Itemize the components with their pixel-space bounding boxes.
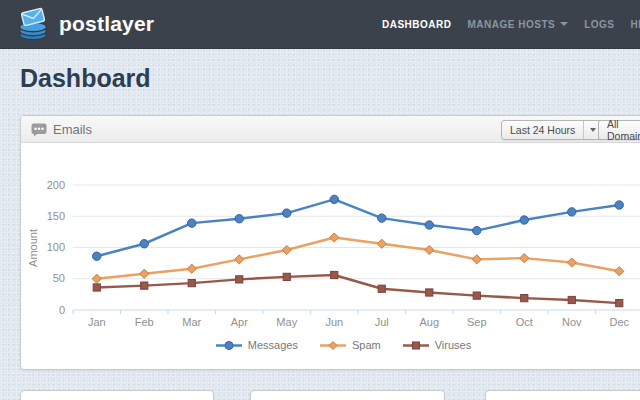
legend-item-viruses[interactable]: Viruses [403,339,471,351]
timerange-label: Last 24 Hours [502,124,583,136]
chart-legend: MessagesSpamViruses [21,339,640,351]
emails-panel: Emails Last 24 Hours All Domains 0501001… [20,115,640,370]
x-axis-tick-label: Jul [375,316,389,328]
nav-item-label: LOGS [584,19,614,30]
x-axis-tick-label: Jan [88,316,106,328]
series-spam-point-jul[interactable] [377,239,386,248]
series-messages-point-jul[interactable] [378,214,386,222]
series-spam-point-nov[interactable] [567,258,576,267]
x-axis-tick-label: Sep [467,316,487,328]
series-messages-point-aug[interactable] [425,221,433,229]
series-viruses-point-jan[interactable] [93,284,100,291]
y-axis-tick-label: 50 [53,272,65,284]
legend-marker-icon [216,340,242,351]
y-axis-tick-label: 100 [47,241,65,253]
bottom-panel [250,390,445,400]
series-viruses-point-sep[interactable] [473,292,480,299]
caret-down-icon [590,128,596,132]
nav-item-label: DASHBOARD [382,19,452,30]
top-navbar: postlayer DASHBOARDMANAGE HOSTSLOGSHELPJ… [0,0,640,49]
series-messages-point-feb[interactable] [140,240,148,248]
series-messages-point-sep[interactable] [473,226,481,234]
emails-chart: 050100150200JanFebMarAprMayJunJulAugSepO… [21,143,640,339]
postlayer-logo-icon [16,7,52,41]
series-spam-point-jan[interactable] [92,274,101,283]
x-axis-tick-label: Jun [325,316,343,328]
series-viruses-point-dec[interactable] [616,300,623,307]
series-spam-point-sep[interactable] [472,255,481,264]
series-spam-point-jun[interactable] [330,233,339,242]
emails-panel-body: 050100150200JanFebMarAprMayJunJulAugSepO… [21,143,640,369]
series-viruses-point-jul[interactable] [378,285,385,292]
legend-marker-icon [320,340,346,351]
series-messages-point-apr[interactable] [235,215,243,223]
x-axis-tick-label: Feb [135,316,154,328]
series-messages-point-dec[interactable] [615,201,623,209]
bottom-panel [485,390,640,400]
legend-label: Messages [248,339,298,351]
chat-bubble-icon [31,123,47,141]
x-axis-tick-label: Oct [516,316,533,328]
brand-name: postlayer [59,12,154,36]
nav-item-logs[interactable]: LOGS [576,19,622,30]
x-axis-tick-label: Mar [182,316,201,328]
y-axis-tick-label: 150 [47,210,65,222]
series-spam-point-may[interactable] [282,245,291,254]
panel-title: Emails [53,122,92,137]
nav-list: DASHBOARDMANAGE HOSTSLOGSHELPJOHN [374,0,640,48]
nav-item-manage-hosts[interactable]: MANAGE HOSTS [460,19,577,30]
legend-marker-icon [403,340,429,351]
brand[interactable]: postlayer [16,7,154,41]
legend-item-spam[interactable]: Spam [320,339,381,351]
series-messages-point-jun[interactable] [330,195,338,203]
domains-label: All Domains [599,118,640,142]
nav-item-label: HELP [631,19,640,30]
series-messages-point-oct[interactable] [520,216,528,224]
legend-item-messages[interactable]: Messages [216,339,298,351]
x-axis-tick-label: Apr [231,316,248,328]
series-viruses-point-aug[interactable] [426,289,433,296]
series-viruses-point-oct[interactable] [521,295,528,302]
series-messages-point-jan[interactable] [93,252,101,260]
series-messages-point-nov[interactable] [568,208,576,216]
series-viruses-point-may[interactable] [283,273,290,280]
y-axis-tick-label: 0 [59,304,65,316]
legend-label: Spam [352,339,381,351]
series-line-spam [97,238,620,279]
x-axis-tick-label: Aug [419,316,439,328]
emails-panel-header: Emails Last 24 Hours All Domains [21,116,640,143]
x-axis-tick-label: May [276,316,297,328]
caret-down-icon [560,22,568,26]
nav-item-label: MANAGE HOSTS [468,19,556,30]
x-axis-tick-label: Dec [609,316,629,328]
nav-item-dashboard[interactable]: DASHBOARD [374,19,460,30]
series-spam-point-feb[interactable] [140,269,149,278]
domains-dropdown-button[interactable]: All Domains [598,120,640,140]
series-spam-point-oct[interactable] [520,254,529,263]
bottom-panel [20,390,214,400]
series-spam-point-aug[interactable] [425,245,434,254]
series-viruses-point-jun[interactable] [331,271,338,278]
timerange-dropdown-button[interactable]: Last 24 Hours [501,120,603,140]
y-axis-tick-label: 200 [47,179,65,191]
y-axis-title: Amount [27,229,39,267]
series-spam-point-dec[interactable] [615,267,624,276]
nav-item-help[interactable]: HELP [623,19,640,30]
series-viruses-point-nov[interactable] [568,296,575,303]
series-spam-point-apr[interactable] [235,255,244,264]
series-viruses-point-mar[interactable] [188,280,195,287]
x-axis-tick-label: Nov [562,316,582,328]
series-messages-point-may[interactable] [283,209,291,217]
legend-label: Viruses [435,339,471,351]
series-spam-point-mar[interactable] [187,264,196,273]
series-viruses-point-apr[interactable] [236,276,243,283]
page-title: Dashboard [20,64,151,93]
series-messages-point-mar[interactable] [188,219,196,227]
series-viruses-point-feb[interactable] [141,282,148,289]
